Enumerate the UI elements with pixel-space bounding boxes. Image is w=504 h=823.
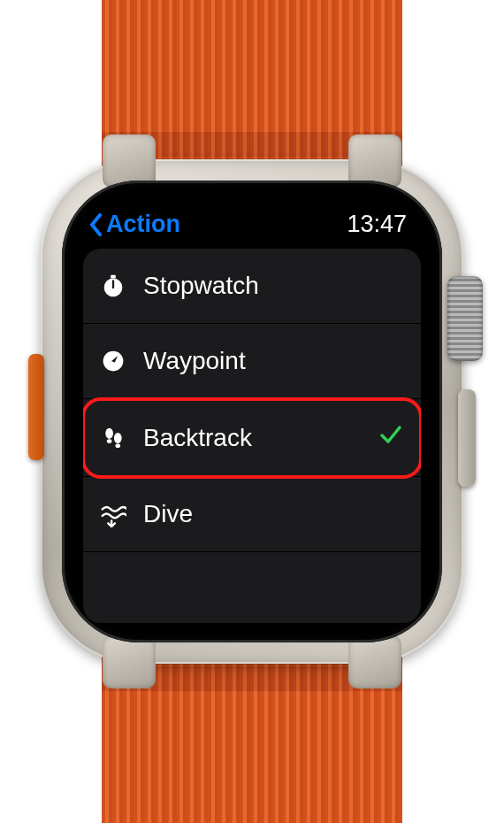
footprints-icon (99, 424, 127, 452)
list-item-label: Backtrack (143, 424, 363, 452)
list-item-next (83, 552, 421, 593)
svg-rect-1 (111, 275, 116, 279)
list-item-waypoint[interactable]: Waypoint (83, 324, 421, 399)
lug (103, 135, 156, 188)
svg-point-5 (107, 439, 112, 443)
screen-bezel: Action 13:47 (62, 181, 442, 642)
dive-icon (99, 500, 127, 528)
list-item-backtrack[interactable]: Backtrack (83, 399, 421, 477)
back-button[interactable]: Action (88, 211, 180, 238)
list-item-stopwatch[interactable]: Stopwatch (83, 249, 421, 324)
lug (348, 135, 401, 188)
clock-time: 13:47 (347, 211, 407, 238)
lug (103, 635, 156, 688)
side-button[interactable] (458, 389, 476, 487)
digital-crown[interactable] (447, 276, 483, 361)
list-item-label: Dive (143, 500, 403, 528)
apple-watch-ultra: Action 13:47 (40, 4, 464, 819)
action-options-list[interactable]: Stopwatch Waypoint (83, 249, 421, 623)
list-item-label: Waypoint (143, 347, 403, 375)
svg-point-7 (115, 443, 120, 448)
action-button[interactable] (28, 354, 44, 460)
list-item-label: Stopwatch (143, 272, 403, 300)
chevron-left-icon (88, 212, 104, 237)
watch-case: Action 13:47 (41, 159, 463, 664)
svg-point-4 (105, 427, 113, 438)
list-item-dive[interactable]: Dive (83, 477, 421, 552)
placeholder-icon (99, 565, 127, 593)
watch-screen: Action 13:47 (74, 193, 430, 630)
svg-point-6 (114, 432, 122, 442)
stopwatch-icon (99, 272, 127, 300)
lug (348, 635, 401, 688)
location-icon (99, 347, 127, 375)
back-label: Action (106, 211, 180, 238)
screen-header: Action 13:47 (83, 211, 421, 249)
checkmark-icon (378, 422, 403, 453)
